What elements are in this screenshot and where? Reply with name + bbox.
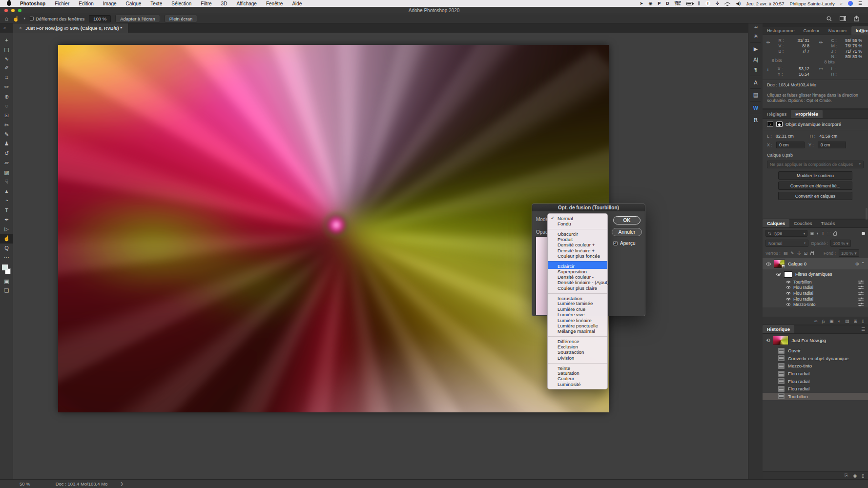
checkbox-box[interactable]: ✓ [613,241,618,245]
apple-menu-icon[interactable] [7,1,11,6]
filter-eye-icon[interactable] [786,304,790,306]
blend-mode-menu-item[interactable]: ✓ Division [548,355,607,361]
new-snapshot-camera-icon[interactable]: ◉ [853,473,857,478]
fit-screen-button[interactable]: Adapter à l'écran [115,15,160,22]
sharpen-tool[interactable]: ▲ [0,186,13,196]
blend-mode-menu-item[interactable]: ✓ Couleur plus claire [548,285,607,291]
creative-cloud-icon[interactable]: ◉ [648,1,652,6]
blend-mode-menu-item[interactable]: ✓ Différence [548,336,607,344]
layer-row-calque0[interactable]: ▦ Calque 0 ◎⌃ [763,258,868,269]
panel-tab[interactable]: Couches [789,219,817,227]
smart-filter-item[interactable]: Flou radial [763,285,868,291]
lock-artboard-icon[interactable]: ⊡ [804,251,807,256]
blend-mode-menu-item[interactable]: ✓ Soustraction [548,349,607,355]
menu-item[interactable]: Aide [292,1,302,6]
menu-item[interactable]: Calque [126,1,142,6]
history-state-row[interactable]: Convertir en objet dynamique [763,355,868,363]
expand-panels-icon[interactable]: ◂◂ [748,23,763,31]
move-tool[interactable]: + [0,35,13,44]
smudge-tool[interactable]: ☟ [0,177,13,186]
keyboard-icon[interactable]: ⫼ [698,1,700,6]
hand-tool[interactable]: ☝ [0,234,13,243]
siri-icon[interactable] [848,1,853,6]
filter-options-sliders-icon[interactable] [858,303,864,306]
frame-tool[interactable]: ⊡ [0,111,13,120]
delete-state-icon[interactable]: ▯ [862,473,864,478]
history-state-row[interactable]: Tourbillon [763,393,868,401]
filter-smart-objects-icon[interactable] [833,233,837,236]
lock-transparency-icon[interactable]: ▨ [784,251,788,256]
menu-item[interactable]: Texte [150,1,162,6]
snapshot-thumbnail[interactable] [773,336,788,345]
lock-all-icon[interactable] [810,252,814,255]
blend-mode-menu-item[interactable]: ✓ Lumière linéaire [548,318,607,323]
filter-options-sliders-icon[interactable] [858,285,864,289]
blend-mode-menu-item[interactable]: ✓ Couleur [548,376,607,381]
history-brush-tool[interactable]: ↺ [0,149,13,158]
pen-tool[interactable]: ✒ [0,215,13,224]
brush-tool[interactable]: ✎ [0,130,13,139]
volume-icon[interactable]: ◀) [736,1,741,6]
patch-tool[interactable]: ◌ [0,102,13,111]
delete-layer-icon[interactable]: ▯ [862,319,864,324]
history-state-row[interactable]: Ouvrir [763,347,868,355]
smart-filter-item[interactable]: Flou radial [763,290,868,296]
panel-icon[interactable]: W [748,102,763,113]
filter-preview-thumbnail[interactable] [536,236,549,315]
close-tab-icon[interactable]: × [19,25,22,31]
menubar-user[interactable]: Philippe Sainte-Laudy [789,1,834,6]
share-icon[interactable] [854,16,859,21]
history-brush-source-icon[interactable]: ⟲ [766,338,770,343]
status-zoom-field[interactable]: 50 % [20,481,30,487]
new-layer-icon[interactable]: ⊞ [854,319,858,324]
panel-icon[interactable]: ✳ [748,31,763,41]
filter-options-sliders-icon[interactable] [858,291,864,295]
layer-thumbnail[interactable]: ▦ [774,260,785,268]
blend-mode-menu-item[interactable]: ✓ Incrustation [548,293,607,301]
scroll-all-windows-checkbox[interactable]: Défilement des fenêtres [30,16,84,21]
spotlight-search-icon[interactable]: ⌕ [840,1,843,6]
filter-eye-icon[interactable] [786,292,790,295]
blend-mode-menu-item[interactable]: ✓ Lumière ponctuelle [548,323,607,328]
collapse-filters-chevron[interactable]: ⌃ [861,262,865,266]
panel-icon[interactable]: ▶ [748,44,763,54]
path-selection-tool[interactable]: ▷ [0,224,13,234]
menu-item[interactable]: Photoshop [20,1,45,6]
filter-toggle-pin[interactable] [862,232,865,235]
panel-tab[interactable]: Calques [763,219,789,227]
add-mask-icon[interactable]: ▣ [829,319,834,324]
menu-item[interactable]: Filtre [201,1,211,6]
fill-field[interactable]: 100 % ▾ [839,249,859,257]
menubar-clock[interactable]: Jeu. 2 avr. à 20:57 [746,1,784,6]
panel-tab[interactable]: Réglages [763,110,791,118]
filter-mask-thumbnail[interactable] [784,271,792,278]
edit-content-button[interactable]: Modifier le contenu [778,171,852,180]
opacity-field[interactable]: 100 % ▾ [830,240,851,247]
blend-mode-menu-item[interactable]: ✓ Densité linéaire - (Ajout) [548,280,607,285]
eraser-tool[interactable]: ▱ [0,158,13,167]
filter-eye-icon[interactable] [786,298,790,300]
menu-item[interactable]: 3D [221,1,227,6]
blend-mode-menu-item[interactable]: ✓ Densité couleur - [548,274,607,280]
layer-visibility-eye-icon[interactable] [766,263,771,265]
panel-tab[interactable]: Couleur [799,26,824,35]
menu-item[interactable]: Affichage [236,1,257,6]
workspace-switcher-icon[interactable] [840,16,846,21]
panel-tab[interactable]: Nuancier [824,26,851,35]
zoom-percent-field[interactable]: 100 % [89,15,111,22]
p-app-icon[interactable]: P [658,1,661,6]
panel-menu-icon[interactable]: ☰ [858,327,868,333]
filter-options-sliders-icon[interactable] [858,280,864,284]
panel-tab[interactable]: Histogramme [763,26,799,35]
blend-mode-select[interactable]: Normal▾ [765,240,808,247]
fill-screen-button[interactable]: Plein écran [165,15,198,22]
blend-mode-menu-item[interactable]: ✓ Produit [548,237,607,242]
history-state-row[interactable]: Flou radial [763,385,868,393]
cancel-button[interactable]: Annuler [612,228,642,236]
clone-stamp-tool[interactable]: ♟ [0,139,13,148]
convert-linked-button[interactable]: Convertir en élément lié... [778,182,852,190]
search-icon[interactable] [827,16,832,21]
screen-mode-button[interactable]: ❏ [0,286,13,295]
smart-filters-row[interactable]: Filtres dynamiques [763,269,868,279]
new-document-from-state-icon[interactable]: ⎘ [845,473,848,478]
